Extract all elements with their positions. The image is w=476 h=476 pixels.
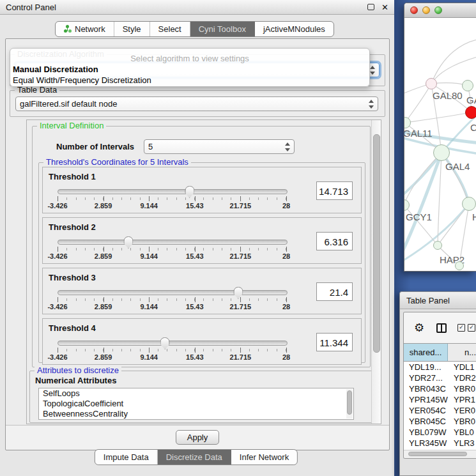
control-panel-titlebar[interactable]: Control Panel ✕	[0, 0, 394, 15]
popup-option[interactable]: Manual Discretization	[10, 64, 369, 75]
slider-track[interactable]	[58, 290, 288, 295]
table-panel-titlebar[interactable]: Table Panel	[400, 292, 476, 309]
vertical-scrollbar-thumb[interactable]	[373, 134, 380, 353]
threshold-title: Threshold 3	[49, 273, 96, 282]
node-label: GA	[466, 95, 476, 105]
table-body: YDL19...YDL1YDR27...YDR2YBR043CYBR0YPR14…	[404, 362, 476, 459]
combo-stepper-icon[interactable]	[284, 142, 290, 151]
threshold-value-field[interactable]: 6.316	[316, 232, 353, 250]
numerical-attributes-list[interactable]: SelfLoopsTopologicalCoefficientBetweenne…	[38, 388, 354, 420]
table-row[interactable]: YBR043CYBR0	[404, 383, 476, 394]
tick-label: -3.426	[47, 252, 67, 260]
slider-track[interactable]	[58, 189, 288, 194]
threshold-value-field[interactable]: 21.4	[316, 282, 353, 301]
tab-cyni-toolbox[interactable]: Cyni Toolbox	[190, 22, 255, 36]
slider-track[interactable]	[58, 240, 288, 245]
table-cell: YBL0	[449, 427, 476, 438]
tick-label: 15.43	[186, 303, 204, 311]
threshold-title: Threshold 4	[49, 323, 96, 333]
threshold-value-field[interactable]: 14.713	[316, 181, 353, 200]
number-of-intervals-value: 5	[148, 142, 153, 151]
table-row[interactable]: YER054CYER0	[404, 405, 476, 416]
tab-select[interactable]: Select	[150, 22, 190, 36]
tab-network[interactable]: Network	[56, 22, 114, 36]
checkbox-icon[interactable]: ✓	[457, 324, 465, 332]
table-cell: YPR145W	[404, 394, 449, 405]
tick-labels: -3.4262.8599.14415.4321.71528	[58, 202, 286, 210]
vertical-scrollbar[interactable]	[371, 120, 381, 424]
table-row[interactable]: YPR145WYPR1	[404, 394, 476, 405]
node-label: GAL80	[433, 90, 463, 101]
zoom-traffic-light[interactable]	[434, 6, 442, 14]
tab-discretize-data[interactable]: Discretize Data	[158, 450, 231, 464]
thresholds-legend: Threshold's Coordinates for 5 Intervals	[43, 157, 191, 167]
table-cell: YBL079W	[404, 427, 449, 438]
list-scrollbar-thumb[interactable]	[347, 390, 352, 415]
network-node[interactable]	[426, 78, 437, 89]
number-of-intervals-label: Number of Intervals	[56, 142, 134, 151]
bottom-tab-bar: Impute DataDiscretize DataInfer Network	[95, 449, 298, 465]
table-cell: YBR0	[449, 416, 476, 427]
table-data-combobox[interactable]: galFiltered.sif default node	[15, 96, 378, 111]
network-node[interactable]	[433, 144, 450, 161]
horizontal-scrollbar[interactable]	[404, 450, 476, 458]
network-node[interactable]	[462, 197, 476, 211]
gear-icon[interactable]: ⚙	[414, 322, 424, 334]
list-scrollbar[interactable]	[346, 389, 353, 418]
horizontal-scrollbar-thumb[interactable]	[408, 452, 467, 456]
tick-labels: -3.4262.8599.14415.4321.71528	[58, 303, 286, 311]
network-window-titlebar[interactable]	[404, 3, 476, 18]
table-cell: YDR27...	[404, 372, 449, 383]
minimize-traffic-light[interactable]	[422, 6, 430, 14]
popup-option[interactable]: Equal Width/Frequency Discretization	[10, 75, 369, 86]
table-row[interactable]: YBL079WYBL0	[404, 427, 476, 438]
attribute-item[interactable]: SelfLoops	[39, 388, 353, 399]
threshold-title: Threshold 1	[49, 172, 96, 181]
attribute-item[interactable]: TopologicalCoefficient	[39, 399, 353, 409]
table-cell: YLR345W	[404, 438, 449, 449]
network-node[interactable]	[462, 80, 473, 91]
tab-impute-data[interactable]: Impute Data	[95, 450, 158, 464]
table-row[interactable]: YLR345WYLR3	[404, 438, 476, 449]
attribute-item[interactable]: BetweennessCentrality	[39, 409, 353, 419]
tab-style[interactable]: Style	[114, 22, 150, 36]
network-canvas[interactable]: GAL80GACGAL11GAL4GCY1HHAP2	[404, 18, 476, 272]
column-header[interactable]: n...	[448, 344, 476, 361]
apply-button[interactable]: Apply	[176, 430, 219, 445]
tab-infer-network[interactable]: Infer Network	[231, 450, 297, 464]
combo-stepper-icon[interactable]	[369, 66, 375, 75]
threshold-slider[interactable]: -3.4262.8599.14415.4321.71528	[58, 337, 286, 362]
node-label: C	[470, 122, 476, 133]
tick-label: -3.426	[47, 202, 67, 210]
thresholds-container: Threshold 1 -3.4262.8599.14415.4321.7152…	[39, 167, 365, 365]
combo-stepper-icon[interactable]	[368, 100, 374, 109]
tick-label: 9.144	[140, 252, 158, 260]
close-traffic-light[interactable]	[410, 6, 418, 14]
column-header[interactable]: shared...	[404, 344, 448, 361]
network-node[interactable]	[455, 261, 464, 270]
float-window-icon[interactable]	[367, 4, 374, 10]
tick-labels: -3.4262.8599.14415.4321.71528	[58, 353, 286, 361]
threshold-slider[interactable]: -3.4262.8599.14415.4321.71528	[58, 286, 286, 312]
table-row[interactable]: YBR045CYBR0	[404, 416, 476, 427]
threshold-slider[interactable]: -3.4262.8599.14415.4321.71528	[58, 236, 286, 261]
threshold-value-field[interactable]: 11.344	[316, 333, 353, 351]
slider-track[interactable]	[58, 341, 288, 346]
table-data-group: Table Data galFiltered.sif default node	[10, 90, 385, 117]
table-row[interactable]: YDL19...YDL1	[404, 362, 476, 372]
tick-label: 2.859	[95, 353, 112, 361]
number-of-intervals-combobox[interactable]: 5	[144, 139, 295, 154]
node-label: GAL4	[445, 161, 470, 172]
network-node[interactable]	[433, 241, 442, 250]
tick-label: 28	[282, 202, 290, 210]
checkbox-icon[interactable]: ✓	[468, 324, 475, 332]
popup-placeholder: Select algorithm to view settings	[10, 54, 369, 64]
network-node[interactable]	[465, 106, 476, 119]
tab-jactivemnodules[interactable]: jActiveMNodules	[255, 22, 334, 36]
table-cell: YBR043C	[404, 383, 449, 394]
threshold-panel: Threshold 2 -3.4262.8599.14415.4321.7152…	[42, 217, 362, 264]
threshold-slider[interactable]: -3.4262.8599.14415.4321.71528	[58, 185, 286, 211]
table-row[interactable]: YDR27...YDR2	[404, 372, 476, 383]
close-icon[interactable]: ✕	[381, 3, 388, 12]
split-columns-icon[interactable]	[436, 323, 447, 333]
